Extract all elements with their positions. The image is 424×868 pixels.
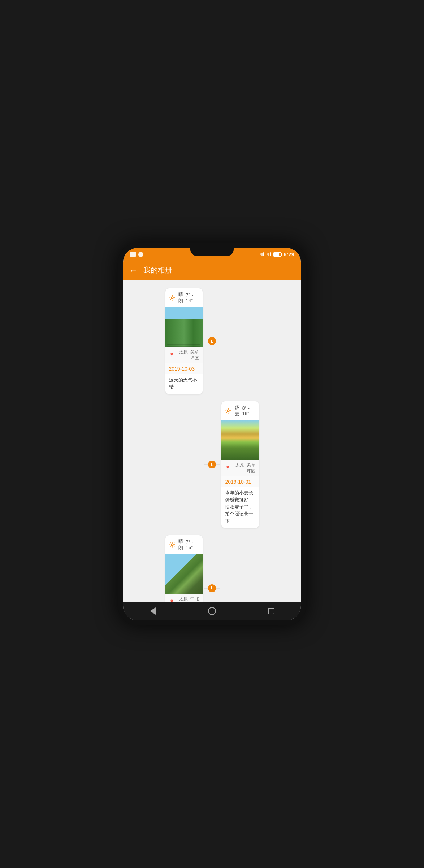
card-3-weather-temp: 7° - 16° xyxy=(186,539,199,550)
battery-fill xyxy=(274,253,279,256)
card-3-weather-type: 晴朗 xyxy=(178,538,183,551)
card-left-3: 晴朗 7° - 16° 📍 太原 中北大学 2 xyxy=(123,532,212,602)
card-3-image xyxy=(165,554,203,594)
card-2-location-text: 太原 尖草坪区 xyxy=(232,462,255,474)
card-1-weather: 晴朗 7° - 14° xyxy=(165,288,203,307)
timeline-container: 晴朗 7° - 14° xyxy=(123,280,301,602)
card-1-location-text: 太原 尖草坪区 xyxy=(176,349,199,361)
timeline-row-2: L xyxy=(123,398,301,531)
card-1-date: 2019-10-03 xyxy=(169,366,195,372)
phone-screen: 6:29 ← 我的相册 xyxy=(123,248,301,620)
svg-line-15 xyxy=(230,412,231,413)
pin-icon-3: 📍 xyxy=(169,599,174,602)
svg-line-25 xyxy=(174,542,174,543)
phone-frame: 6:29 ← 我的相册 xyxy=(118,243,306,625)
card-left-1: 晴朗 7° - 14° xyxy=(123,285,212,397)
pin-icon-1: 📍 xyxy=(169,353,174,358)
dot-label-2: L xyxy=(211,463,213,467)
svg-line-8 xyxy=(170,299,171,300)
svg-line-23 xyxy=(170,542,171,543)
svg-point-18 xyxy=(171,544,173,546)
card-3[interactable]: 晴朗 7° - 16° 📍 太原 中北大学 2 xyxy=(165,535,203,602)
card-2-weather-type: 多云 xyxy=(235,404,239,417)
timeline-dot-3: L xyxy=(208,584,216,592)
card-2-location: 📍 太原 尖草坪区 xyxy=(221,460,259,476)
card-1-weather-type: 晴朗 xyxy=(178,291,183,304)
card-1-weather-temp: 7° - 14° xyxy=(186,292,199,303)
cloud-icon xyxy=(225,407,232,415)
card-3-weather: 晴朗 7° - 16° xyxy=(165,535,203,554)
signal-bars2-icon xyxy=(267,252,271,256)
nav-home-icon xyxy=(208,607,216,615)
card-2-note: 今年的小麦长势感觉挺好，快收麦子了，拍个照记录一下 xyxy=(221,487,259,528)
dot-label-3: L xyxy=(211,586,213,590)
card-2-weather-temp: 8° - 16° xyxy=(242,405,255,416)
app-icon xyxy=(130,252,136,257)
dot-label-1: L xyxy=(211,339,213,343)
circle-icon xyxy=(138,252,143,257)
bottom-nav xyxy=(123,602,301,620)
card-1-location: 📍 太原 尖草坪区 xyxy=(165,347,203,363)
nav-recent-icon xyxy=(268,608,274,614)
back-button[interactable]: ← xyxy=(129,265,138,275)
card-2[interactable]: 多云 8° - 16° 📍 太原 尖草坪区 2 xyxy=(221,401,259,528)
card-2-image xyxy=(221,420,259,460)
svg-line-5 xyxy=(170,296,171,296)
nav-recent-button[interactable] xyxy=(264,604,278,618)
timeline-row-1: 晴朗 7° - 14° xyxy=(123,285,301,397)
status-time: 6:29 xyxy=(284,251,294,257)
content-area[interactable]: 晴朗 7° - 14° xyxy=(123,280,301,602)
status-right-icons: 6:29 xyxy=(260,251,294,257)
card-3-location: 📍 太原 中北大学 xyxy=(165,594,203,602)
card-2-date-row: 2019-10-01 xyxy=(221,476,259,487)
status-left-icons xyxy=(130,252,143,257)
nav-back-button[interactable] xyxy=(146,604,160,618)
svg-line-7 xyxy=(174,296,174,296)
header-title: 我的相册 xyxy=(143,265,172,275)
timeline-dot-2: L xyxy=(208,461,216,468)
card-1-date-row: 2019-10-03 xyxy=(165,363,203,374)
svg-line-6 xyxy=(174,299,174,300)
notch xyxy=(190,248,234,256)
svg-line-17 xyxy=(226,412,227,413)
signal-bars-icon xyxy=(260,252,264,256)
field-rows xyxy=(167,327,201,347)
svg-line-26 xyxy=(170,546,171,547)
card-right-2: 多云 8° - 16° 📍 太原 尖草坪区 2 xyxy=(212,398,301,531)
battery-icon xyxy=(273,252,281,257)
card-2-weather: 多云 8° - 16° xyxy=(221,401,259,420)
nav-home-button[interactable] xyxy=(205,604,219,618)
svg-line-16 xyxy=(230,409,231,409)
card-2-date: 2019-10-01 xyxy=(225,479,251,485)
sun-icon-3 xyxy=(169,541,176,549)
timeline-dot-1: L xyxy=(208,337,216,345)
card-1-image xyxy=(165,307,203,347)
svg-line-24 xyxy=(174,546,174,547)
svg-point-9 xyxy=(228,409,230,411)
card-3-location-text: 太原 中北大学 xyxy=(176,596,199,602)
card-1[interactable]: 晴朗 7° - 14° xyxy=(165,288,203,394)
sun-icon xyxy=(169,294,176,302)
card-1-note: 这天的天气不错 xyxy=(165,374,203,394)
nav-back-icon xyxy=(150,607,156,615)
svg-point-0 xyxy=(171,296,173,298)
svg-line-14 xyxy=(226,409,227,409)
app-header: ← 我的相册 xyxy=(123,261,301,280)
timeline-row-3: 晴朗 7° - 16° 📍 太原 中北大学 2 xyxy=(123,532,301,602)
pin-icon-2: 📍 xyxy=(225,466,230,471)
